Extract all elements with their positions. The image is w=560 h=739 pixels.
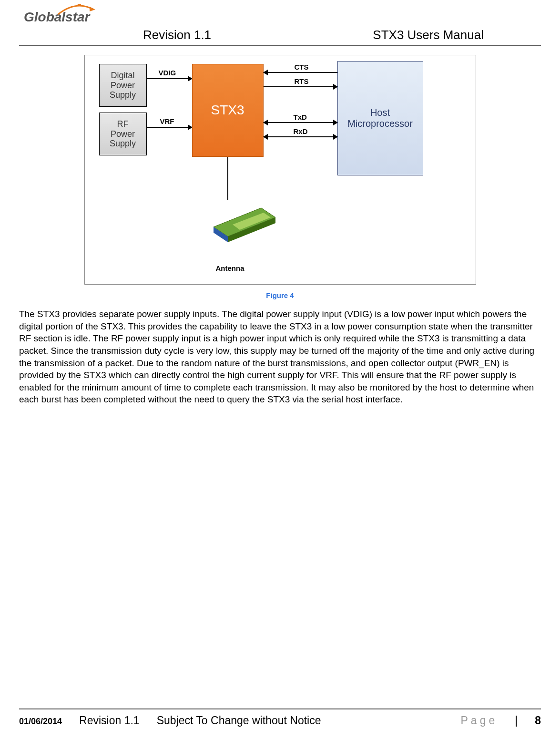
footer: 01/06/2014 Revision 1.1 Subject To Chang…: [19, 708, 541, 739]
header-divider: [19, 45, 541, 46]
footer-divider: [19, 708, 541, 709]
vdig-arrow: [147, 78, 192, 79]
footer-revision: Revision 1.1: [79, 714, 140, 727]
logo: Globalstar +: [19, 10, 90, 25]
footer-notice: Subject To Change without Notice: [157, 714, 321, 727]
vdig-label: VDIG: [159, 69, 176, 77]
digital-power-supply-block: Digital Power Supply: [99, 64, 147, 107]
rxd-label: RxD: [294, 127, 308, 135]
rxd-arrow: [264, 136, 337, 137]
svg-marker-0: [90, 7, 95, 11]
svg-text:+: +: [77, 4, 81, 8]
vrf-arrow: [147, 127, 192, 128]
block-diagram: Digital Power Supply RF Power Supply VDI…: [84, 55, 476, 285]
header-title: STX3 Users Manual: [373, 28, 484, 42]
antenna-label: Antenna: [216, 264, 244, 272]
cts-label: CTS: [295, 63, 309, 71]
host-block: Host Microprocessor: [337, 61, 423, 175]
rf-power-supply-block: RF Power Supply: [99, 113, 147, 155]
rts-arrow: [264, 86, 337, 87]
footer-page-number: 8: [535, 714, 541, 727]
rts-label: RTS: [295, 77, 309, 85]
figure-caption: Figure 4: [19, 291, 541, 299]
antenna-icon: [204, 189, 285, 256]
logo-swoosh-icon: +: [57, 4, 95, 18]
body-paragraph: The STX3 provides separate power supply …: [19, 308, 541, 406]
txd-arrow: [264, 122, 337, 123]
footer-page-label: Page: [461, 714, 498, 727]
footer-page-sep: |: [515, 714, 518, 727]
txd-label: TxD: [294, 113, 307, 121]
cts-arrow: [264, 72, 337, 73]
header-revision: Revision 1.1: [143, 28, 211, 42]
vrf-label: VRF: [160, 117, 174, 125]
footer-date: 01/06/2014: [19, 717, 62, 727]
stx3-block: STX3: [192, 64, 264, 157]
